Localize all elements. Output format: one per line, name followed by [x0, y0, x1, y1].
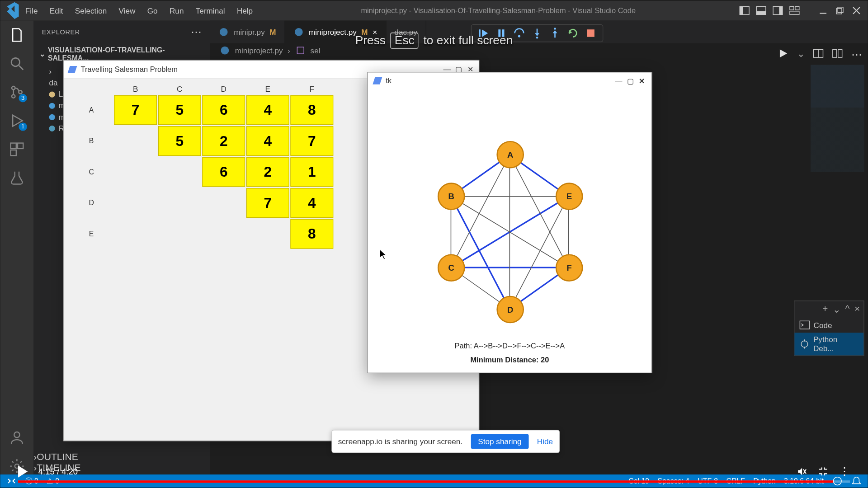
matrix-cell[interactable]: 7 — [246, 188, 289, 218]
matrix-cell[interactable]: 7 — [114, 95, 157, 125]
matrix-cell[interactable]: 2 — [246, 157, 289, 187]
tk-feather-icon — [373, 77, 382, 84]
run-python-icon[interactable] — [778, 48, 788, 59]
menu-edit[interactable]: Edit — [45, 4, 68, 17]
row-header: A — [70, 95, 113, 125]
play-icon[interactable] — [18, 465, 28, 477]
layout-bottom-icon[interactable] — [756, 5, 767, 16]
titlebar: File Edit Selection View Go Run Terminal… — [0, 0, 868, 21]
matrix-cell[interactable]: 6 — [202, 157, 245, 187]
stop-sharing-button[interactable]: Stop sharing — [471, 434, 529, 449]
matrix-cell[interactable]: 2 — [202, 126, 245, 156]
accounts-icon[interactable] — [9, 429, 25, 446]
collapse-icon[interactable]: ^ — [845, 304, 850, 315]
explorer-icon[interactable] — [9, 27, 25, 43]
tk2-close-icon[interactable]: ✕ — [639, 76, 645, 85]
debug-step-out-icon[interactable] — [549, 27, 561, 39]
window-minimize-icon[interactable] — [818, 5, 829, 16]
window-close-icon[interactable] — [851, 5, 862, 16]
remote-icon[interactable] — [6, 476, 17, 487]
menu-go[interactable]: Go — [142, 4, 162, 17]
diff-icon[interactable] — [832, 48, 843, 59]
run-item-label: Python Deb... — [813, 335, 859, 353]
symbol-icon — [295, 45, 306, 56]
volume-muted-icon[interactable] — [796, 466, 807, 477]
add-config-icon[interactable]: + — [822, 304, 828, 315]
debug-step-into-icon[interactable] — [531, 27, 543, 39]
testing-icon[interactable] — [9, 169, 25, 186]
menu-file[interactable]: File — [20, 4, 42, 17]
matrix-cell[interactable]: 5 — [158, 95, 201, 125]
tk2-minimize-icon[interactable]: — — [615, 77, 622, 85]
hide-share-link[interactable]: Hide — [537, 437, 553, 446]
menu-run[interactable]: Run — [165, 4, 189, 17]
matrix-cell[interactable]: 4 — [290, 188, 333, 218]
menu-help[interactable]: Help — [232, 4, 257, 17]
menu-terminal[interactable]: Terminal — [191, 4, 230, 17]
layout-customize-icon[interactable] — [789, 5, 800, 16]
editor-more-icon[interactable] — [851, 48, 862, 61]
svg-rect-32 — [833, 49, 837, 57]
extensions-icon[interactable] — [9, 141, 25, 158]
run-item-python[interactable]: Python Deb... — [794, 333, 863, 355]
matrix-cell[interactable]: 4 — [246, 95, 289, 125]
svg-rect-10 — [836, 9, 842, 14]
svg-rect-28 — [297, 47, 304, 54]
breadcrumb[interactable]: miniproject.py › sel — [210, 43, 868, 58]
layout-right-icon[interactable] — [773, 5, 783, 16]
matrix-cell[interactable]: 8 — [290, 219, 333, 249]
col-header: F — [290, 83, 333, 94]
explorer-more-icon[interactable] — [191, 25, 202, 38]
matrix-cell[interactable]: 4 — [246, 126, 289, 156]
debug-step-over-icon[interactable] — [513, 27, 525, 39]
svg-rect-1 — [740, 6, 743, 14]
tk2-titlebar[interactable]: tk — ▢ ✕ — [368, 72, 651, 89]
file-icon — [49, 103, 55, 108]
layout-left-icon[interactable] — [739, 5, 750, 16]
svg-line-58 — [451, 155, 509, 267]
col-header: C — [158, 83, 201, 94]
more-vert-icon[interactable]: ⋮ — [839, 465, 850, 478]
matrix-cell[interactable]: 6 — [202, 95, 245, 125]
search-icon[interactable] — [9, 55, 25, 72]
tab-minipr[interactable]: minipr.py M — [210, 21, 285, 43]
time-display: 4:15 / 4:20 — [38, 467, 78, 476]
terminal-icon — [799, 319, 810, 330]
close-panel-icon[interactable]: × — [854, 304, 860, 315]
matrix-cell[interactable]: 5 — [158, 126, 201, 156]
graph-canvas: A B E C F D — [368, 89, 651, 339]
run-debug-icon[interactable]: 1 — [9, 113, 25, 129]
matrix-cell[interactable]: 1 — [290, 157, 333, 187]
tk2-maximize-icon[interactable]: ▢ — [627, 76, 634, 85]
menu-bar: File Edit Selection View Go Run Terminal… — [20, 4, 257, 17]
matrix-cell[interactable]: 8 — [290, 95, 333, 125]
matrix-cell[interactable]: 7 — [290, 126, 333, 156]
split-right-icon[interactable] — [813, 48, 824, 59]
graph-node-f: F — [556, 254, 583, 282]
run-dropdown-icon[interactable]: ⌄ — [797, 48, 805, 61]
dropdown-icon[interactable]: ⌄ — [833, 304, 840, 315]
debug-badge: 1 — [19, 122, 27, 131]
menu-selection[interactable]: Selection — [70, 4, 112, 17]
svg-point-35 — [801, 341, 807, 347]
tab-modified-indicator: M — [269, 28, 276, 37]
exit-fullscreen-icon[interactable] — [818, 466, 829, 477]
row-header: E — [70, 219, 113, 249]
debug-restart-icon[interactable] — [567, 27, 579, 39]
debug-stop-icon[interactable] — [585, 27, 596, 39]
python-file-icon — [293, 27, 304, 38]
svg-marker-48 — [553, 30, 557, 33]
fullscreen-hint: Press Esc to exit full screen — [355, 33, 513, 49]
seek-bar[interactable] — [18, 480, 850, 483]
svg-marker-45 — [535, 33, 539, 36]
tk-graph-window[interactable]: tk — ▢ ✕ — [367, 72, 652, 373]
scm-icon[interactable]: 3 — [9, 84, 25, 100]
run-item-code[interactable]: Code — [794, 317, 863, 333]
window-restore-icon[interactable] — [835, 5, 845, 16]
menu-view[interactable]: View — [114, 4, 140, 17]
svg-point-16 — [12, 86, 15, 89]
chevron-down-icon: ⌄ — [39, 50, 45, 58]
svg-rect-7 — [795, 6, 799, 9]
bell-icon[interactable] — [851, 476, 862, 487]
minimap[interactable] — [811, 65, 864, 172]
